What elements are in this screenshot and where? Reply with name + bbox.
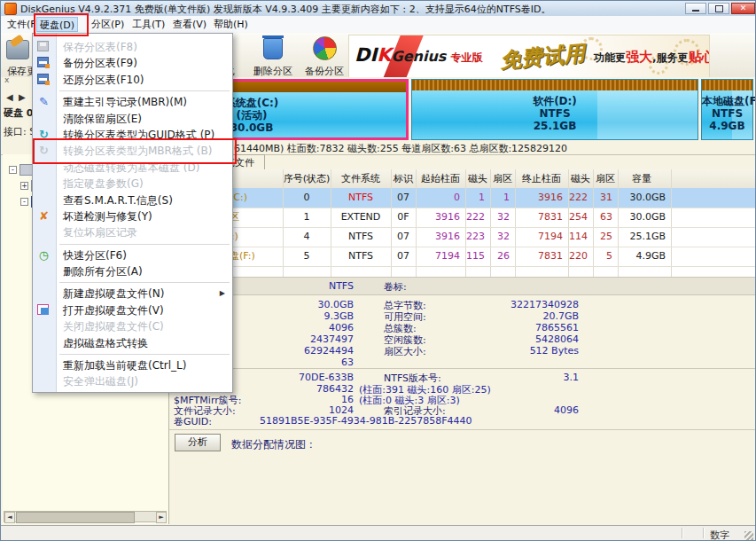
divider [169, 368, 755, 369]
cell-end-cyl: 3916 [515, 188, 563, 208]
title-bar[interactable]: DiskGenius V4.9.2.371 免费版(单文件版) 发现新版本 V4… [1, 1, 756, 17]
close-button[interactable]: ✕ [731, 3, 755, 14]
menu-item-backup-ptable[interactable]: 备份分区表(F9) [33, 55, 232, 71]
info-left-value: 4096 [222, 322, 354, 333]
analyze-button[interactable]: 分析 [175, 434, 221, 451]
tree-expand-icon[interactable]: - [9, 166, 17, 174]
col-end-head[interactable]: 磁头 [568, 169, 593, 188]
cell-capacity: 30.0GB [618, 188, 666, 208]
next-disk-arrow-icon[interactable]: ▶ [19, 92, 26, 102]
info-left-value: 62924494 [222, 345, 354, 357]
menu-item-reload-disk[interactable]: 重新加载当前硬盘(Ctrl_L) [33, 357, 232, 373]
table-row[interactable]: 系统盘(C:) 0 NTFS 07 0 1 1 3916 222 31 30.0… [169, 188, 755, 208]
cell-end-head: 114 [568, 227, 588, 247]
table-row[interactable]: 本地磁盘(F:) 5 NTFS 07 7194 115 26 7831 220 … [169, 247, 755, 266]
tree-expand-icon[interactable]: - [20, 198, 28, 206]
menu-item-vdisk-convert[interactable]: 虚拟磁盘格式转换 [33, 335, 232, 351]
save-icon [37, 41, 49, 51]
backup-partition-icon[interactable] [313, 36, 337, 60]
numlock-indicator: 数字 [710, 529, 729, 541]
maximize-button[interactable] [708, 3, 729, 14]
menu-item-bad-track[interactable]: ✘坏道检测与修复(Y) [33, 208, 232, 224]
cell-end-sec: 25 [593, 227, 612, 247]
cell-capacity: 25.1GB [618, 227, 666, 247]
scroll-left-icon[interactable]: ◄ [4, 512, 15, 523]
delete-partition-icon[interactable] [263, 38, 283, 59]
col-start-head[interactable]: 磁头 [465, 169, 490, 188]
gridline [169, 266, 755, 267]
status-separator [703, 528, 705, 538]
menu-item-eject-disk: 安全弹出磁盘(J) [33, 373, 232, 389]
panel-close-icon[interactable]: x [4, 75, 9, 84]
scroll-right-icon[interactable]: ► [156, 512, 167, 523]
logo-text: DI [355, 44, 377, 66]
menu-item-rebuild-mbr[interactable]: ✎重建主引导记录(MBR)(M) [33, 94, 232, 110]
col-start-sec[interactable]: 扇区 [490, 169, 515, 188]
minimize-button[interactable] [685, 3, 706, 14]
menu-item-clear-reserved[interactable]: 清除保留扇区(E) [33, 111, 232, 127]
col-seq[interactable]: 序号(状态) [283, 169, 331, 188]
menubar-view[interactable]: 查看(V) [170, 17, 209, 32]
partition-block-f[interactable]: 本地磁盘(F:) NTFS 4.9GB [701, 79, 753, 140]
gridline [169, 227, 755, 228]
cell-start-cyl: 3916 [416, 227, 460, 247]
promo-banner[interactable]: DIKGenius 专业版 免费试用 功能更强大,服务更贴心 [348, 35, 710, 78]
cell-start-cyl: 7194 [416, 247, 460, 266]
menu-item-delete-all[interactable]: 删除所有分区(A) [33, 263, 232, 279]
scrollbar-thumb[interactable] [16, 512, 135, 523]
menubar-partition[interactable]: 分区(P) [89, 17, 127, 32]
table-row[interactable]: 扩展分区 1 EXTEND 0F 3916 222 32 7831 254 63… [169, 208, 755, 227]
harddisk-menu: 保存分区表(F8) 备份分区表(F9) 还原分区表(F10) ✎重建主引导记录(… [32, 33, 233, 393]
partition-f-size: 4.9GB [702, 120, 752, 132]
cell-start-sec: 32 [490, 227, 510, 247]
menu-item-restore-ptable[interactable]: 还原分区表(F10) [33, 72, 232, 88]
partition-f-name: 本地磁盘(F:) [702, 95, 752, 107]
cell-fs: NTFS [331, 247, 391, 266]
partition-block-d[interactable]: 软件(D:) NTFS 25.1GB [411, 79, 698, 140]
volume-guid: 51891B5E-935F-4934-981B-2257858F4440 [260, 415, 472, 427]
disk-label: 硬盘 0 [4, 106, 33, 120]
backup-icon [37, 57, 49, 67]
menubar-help[interactable]: 帮助(H) [211, 17, 251, 32]
gridline [169, 208, 755, 208]
menu-separator [33, 351, 232, 357]
menu-separator [33, 279, 232, 286]
col-start-cyl[interactable]: 起始柱面 [416, 169, 465, 188]
save-changes-icon[interactable] [6, 40, 29, 59]
info-left-label: 卷GUID: [174, 415, 212, 428]
toolbar-backup-partition[interactable]: 备份分区 [293, 65, 355, 78]
menu-item-close-vdisk: 关闭虚拟硬盘文件(C) [33, 318, 232, 334]
menu-separator [33, 88, 232, 94]
menu-separator [33, 241, 232, 247]
menu-item-quick-partition[interactable]: ◷快速分区(F6) [33, 247, 232, 263]
partition-header-strip [702, 80, 752, 90]
col-end-cyl[interactable]: 终止柱面 [515, 169, 568, 188]
menubar-tools[interactable]: 工具(T) [129, 17, 168, 32]
disk-interface-label: 接口: S [4, 125, 35, 138]
menu-item-smart-info[interactable]: 查看S.M.A.R.T.信息(S) [33, 192, 232, 208]
menu-item-new-vdisk[interactable]: 新建虚拟硬盘文件(N)▶ [33, 286, 232, 302]
prev-disk-arrow-icon[interactable]: ◀ [6, 92, 13, 102]
col-fs[interactable]: 文件系统 [331, 169, 391, 188]
info-right-value: 7865561 [444, 322, 579, 333]
tree-expand-icon[interactable]: + [20, 182, 28, 190]
tree-hscrollbar[interactable]: ◄ ► [4, 511, 167, 522]
table-header-row: 序号(状态) 文件系统 标识 起始柱面 磁头 扇区 终止柱面 磁头 扇区 容量 [169, 169, 755, 189]
cell-start-sec: 1 [490, 188, 510, 208]
logo-k: K [377, 44, 391, 66]
gridline [465, 169, 466, 277]
col-id[interactable]: 标识 [391, 169, 416, 188]
col-capacity[interactable]: 容量 [618, 169, 666, 188]
annotation-box-harddisk-menu [34, 13, 89, 36]
col-end-sec[interactable]: 扇区 [593, 169, 618, 188]
gridline [593, 169, 594, 277]
resize-grip[interactable] [744, 531, 753, 540]
gridline [416, 169, 417, 277]
window-title: DiskGenius V4.9.2.371 免费版(单文件版) 发现新版本 V4… [20, 3, 676, 16]
menu-item-open-vdisk[interactable]: 打开虚拟硬盘文件(V) [33, 302, 232, 318]
menu-item-save-ptable: 保存分区表(F8) [33, 39, 232, 55]
status-bar [1, 525, 756, 541]
gridline [490, 169, 491, 277]
table-row[interactable]: 软件(D:) 4 NTFS 07 3916 223 32 7194 114 25… [169, 227, 755, 247]
gridline [391, 169, 392, 277]
